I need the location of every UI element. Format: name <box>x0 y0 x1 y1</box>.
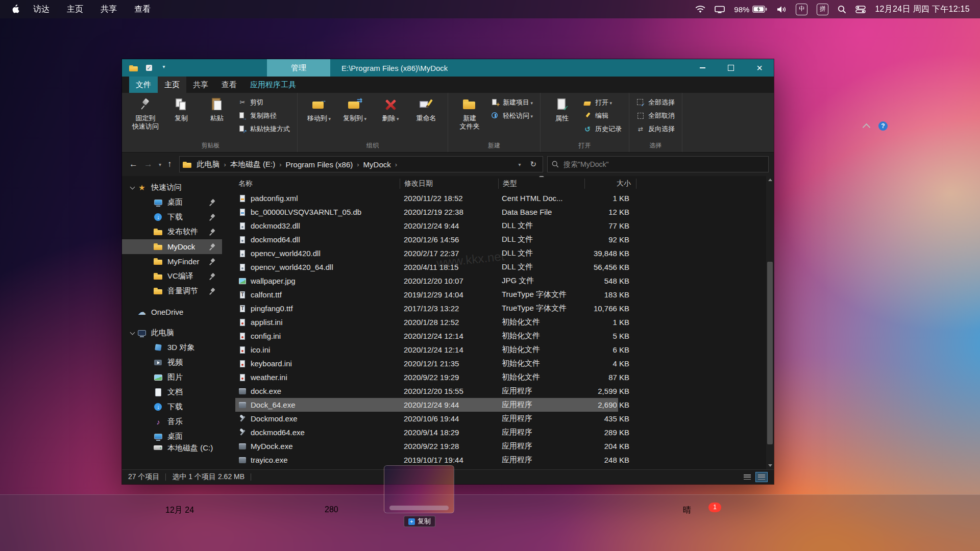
sidebar-item-volume[interactable]: 音量调节 <box>122 284 222 298</box>
breadcrumb-item[interactable]: 此电脑 <box>195 159 222 170</box>
expander-chevron-icon[interactable] <box>129 330 136 336</box>
minimize-button[interactable] <box>688 59 717 77</box>
ribbon-button[interactable]: 反向选择 <box>633 122 678 136</box>
sidebar-item-quick-access[interactable]: 快速访问 <box>122 180 222 195</box>
breadcrumb-item[interactable]: Program Files (x86) <box>284 160 355 169</box>
dock-item-clock[interactable] <box>643 505 679 541</box>
file-row-weather.ini[interactable]: weather.ini 2020/9/22 19:29 初始化文件 87 KB <box>235 370 618 384</box>
ribbon-tab[interactable]: 文件 <box>129 77 158 93</box>
expander-chevron-icon[interactable] <box>129 185 136 191</box>
breadcrumb-item[interactable]: 本地磁盘 (E:) <box>228 159 277 170</box>
forward-button[interactable]: → <box>144 159 153 169</box>
file-row-padconfig.xml[interactable]: padconfig.xml 2020/11/22 18:52 Cent HTML… <box>235 191 618 205</box>
ribbon-button[interactable]: 打开 <box>580 96 625 109</box>
file-row-dock.exe[interactable]: dock.exe 2020/12/20 15:55 应用程序 2,599 KB <box>235 384 618 398</box>
display-mirroring-icon[interactable] <box>715 6 725 13</box>
file-row-opencv_world420.dll[interactable]: opencv_world420.dll 2020/2/17 22:37 DLL … <box>235 246 618 260</box>
file-row-Dockmod.exe[interactable]: Dockmod.exe 2020/10/6 19:44 应用程序 435 KB <box>235 412 618 425</box>
sidebar-item-onedrive[interactable]: OneDrive <box>122 305 222 319</box>
ribbon-button[interactable]: 粘贴 <box>199 94 235 132</box>
menu-item[interactable]: 共享 <box>101 4 117 15</box>
recent-locations-chevron[interactable]: ▾ <box>159 162 161 167</box>
ribbon-button[interactable]: 固定到 快速访问 <box>128 94 163 132</box>
apple-menu-icon[interactable] <box>11 4 20 14</box>
file-row-calfont.ttf[interactable]: calfont.ttf 2019/12/29 14:04 TrueType 字体… <box>235 288 618 302</box>
ribbon-button[interactable]: 移动到 <box>301 94 337 124</box>
ribbon-button[interactable]: 删除 <box>373 94 408 124</box>
dock-item-edge[interactable] <box>46 505 82 541</box>
file-row-applist.ini[interactable]: applist.ini 2020/1/28 12:52 初始化文件 1 KB <box>235 315 618 329</box>
search-icon[interactable] <box>838 5 846 14</box>
volume-icon[interactable] <box>776 6 787 13</box>
collapse-ribbon-icon[interactable] <box>863 123 871 131</box>
ribbon-button[interactable]: 全部取消 <box>633 109 678 122</box>
file-row-ico.ini[interactable]: ico.ini 2020/12/24 12:14 初始化文件 6 KB <box>235 343 618 357</box>
ribbon-button[interactable]: 轻松访问 <box>487 109 536 122</box>
file-row-dockmod64.dll[interactable]: dockmod64.dll 2020/12/6 14:56 DLL 文件 92 … <box>235 233 618 246</box>
breadcrumb-box[interactable]: 此电脑›本地磁盘 (E:)›Program Files (x86)›MyDock… <box>179 156 543 172</box>
sidebar-item-downloads-2[interactable]: 下载 <box>122 399 222 414</box>
ribbon-button[interactable]: 新建项目 <box>487 96 536 109</box>
scroll-down-arrow-icon[interactable] <box>766 461 774 469</box>
dock-item-photos[interactable] <box>524 505 559 541</box>
sidebar-item-downloads[interactable]: 下载 <box>122 210 222 224</box>
file-row-Dock_64.exe[interactable]: Dock_64.exe 2020/12/24 9:44 应用程序 2,690 K… <box>235 398 618 412</box>
dock-item-messages[interactable] <box>245 505 281 541</box>
ribbon-tab[interactable]: 应用程序工具 <box>243 77 303 93</box>
file-row-bc_00000LVSQV3ARNLT_05.db[interactable]: bc_00000LVSQV3ARNLT_05.db 2020/12/19 22:… <box>235 205 618 219</box>
dock-item-mail[interactable] <box>126 505 161 541</box>
ribbon-button[interactable]: 复制 <box>163 94 199 132</box>
dock-item-calendar[interactable]: 12月 24 <box>165 505 201 541</box>
file-row-MyDock.exe[interactable]: MyDock.exe 2020/9/22 19:28 应用程序 204 KB <box>235 439 618 453</box>
dock-item-start[interactable] <box>6 505 42 541</box>
ribbon-tab[interactable]: 主页 <box>158 77 186 93</box>
sidebar-item-pictures[interactable]: 图片 <box>122 370 222 385</box>
ribbon-button[interactable]: 属性 <box>544 94 580 123</box>
search-input[interactable] <box>562 160 764 169</box>
ribbon-button[interactable]: 重命名 <box>408 94 444 124</box>
ime-badge-cn[interactable]: 中 <box>796 4 807 15</box>
sidebar-item-documents[interactable]: 文档 <box>122 385 222 399</box>
ribbon-tab[interactable]: 查看 <box>215 77 243 93</box>
wifi-icon[interactable] <box>695 6 705 13</box>
breadcrumb-item[interactable]: MyDock <box>361 160 393 169</box>
sidebar-item-mydock[interactable]: MyDock <box>122 239 222 254</box>
qat-customize-chevron-icon[interactable]: ▾ <box>161 64 167 72</box>
ribbon-button[interactable]: 复制到 <box>337 94 373 124</box>
menu-item[interactable]: 查看 <box>134 4 151 15</box>
dock-item-appstore[interactable] <box>484 505 520 541</box>
ribbon-button[interactable]: 新建 文件夹 <box>452 94 487 132</box>
ribbon-button[interactable]: 编辑 <box>580 109 625 122</box>
file-row-trayico.exe[interactable]: trayico.exe 2019/10/17 19:44 应用程序 248 KB <box>235 453 618 467</box>
file-row-config.ini[interactable]: config.ini 2020/12/24 12:14 初始化文件 5 KB <box>235 329 618 343</box>
help-icon[interactable]: ? <box>878 121 888 131</box>
up-button[interactable]: ↑ <box>167 159 172 169</box>
ime-badge-pinyin[interactable]: 拼 <box>817 4 828 15</box>
battery-indicator[interactable]: 98% <box>734 5 767 14</box>
sidebar-item-desktop[interactable]: 桌面 <box>122 195 222 210</box>
sidebar-item-this-pc[interactable]: 此电脑 <box>122 325 222 340</box>
ribbon-button[interactable]: 剪切 <box>235 96 293 109</box>
sidebar-item-release[interactable]: 发布软件 <box>122 224 222 239</box>
sidebar-item-videos[interactable]: 视频 <box>122 355 222 370</box>
maximize-button[interactable] <box>717 59 745 77</box>
refresh-icon[interactable]: ↻ <box>527 160 540 169</box>
column-header-type[interactable]: 类型 <box>499 179 585 189</box>
dock-item-maps[interactable]: 280 <box>325 505 360 541</box>
ribbon-button[interactable]: 复制路径 <box>235 109 293 122</box>
scrollbar-track[interactable] <box>766 184 774 461</box>
scroll-up-arrow-icon[interactable] <box>766 176 774 184</box>
sidebar-item-myfinder[interactable]: MyFinder <box>122 254 222 269</box>
menu-bar-clock[interactable]: 12月24日 周四 下午12:15 <box>875 4 970 15</box>
qat-properties-icon[interactable] <box>145 64 153 72</box>
dock-item-reminders[interactable] <box>205 505 241 541</box>
file-row-opencv_world420_64.dll[interactable]: opencv_world420_64.dll 2020/4/11 18:15 D… <box>235 260 618 274</box>
ribbon-button[interactable]: 全部选择 <box>633 96 678 109</box>
dock-item-settings[interactable] <box>564 505 599 541</box>
scrollbar-thumb[interactable] <box>767 262 773 444</box>
list-view-button[interactable] <box>741 472 753 482</box>
dock-item-colors[interactable] <box>285 505 321 541</box>
menu-item[interactable]: 访达 <box>33 4 50 15</box>
file-row-dockmod64.exe[interactable]: dockmod64.exe 2020/9/14 18:29 应用程序 289 K… <box>235 425 618 439</box>
sidebar-item-desktop-2[interactable]: 桌面 <box>122 429 222 444</box>
